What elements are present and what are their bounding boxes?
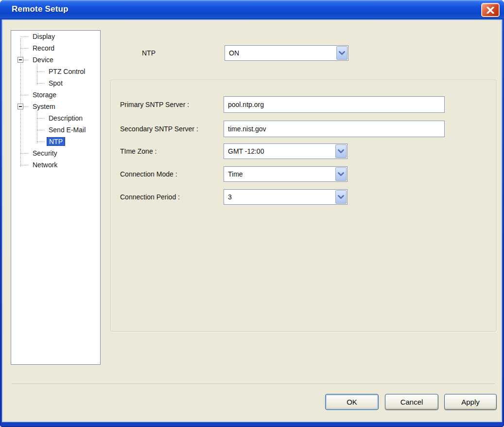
tree-item-label: PTZ Control — [47, 67, 87, 76]
tree-item-label-selected: NTP — [47, 137, 65, 146]
tree-item-label: Storage — [31, 90, 58, 99]
primary-sntp-server-label: Primary SNTP Server : — [120, 96, 189, 113]
chevron-down-icon — [338, 172, 344, 177]
dialog-body: Display Record Device PTZ Control Spot S… — [2, 19, 502, 422]
remote-setup-window: Remote Setup Display Record Device PT — [0, 0, 504, 427]
tree-item-spot[interactable]: Spot — [11, 77, 100, 89]
settings-tree: Display Record Device PTZ Control Spot S… — [11, 30, 101, 365]
ntp-select[interactable]: ON — [225, 45, 348, 61]
ntp-label: NTP — [142, 45, 156, 61]
connection-mode-label: Connection Mode : — [120, 166, 177, 182]
tree-item-record[interactable]: Record — [11, 42, 100, 54]
ntp-select-button[interactable] — [336, 46, 348, 60]
connection-mode-select-value: Time — [228, 167, 243, 181]
time-zone-select-button[interactable] — [335, 144, 347, 158]
apply-button[interactable]: Apply — [444, 394, 497, 410]
tree-item-label: Network — [31, 160, 59, 169]
secondary-sntp-server-input[interactable] — [224, 121, 445, 137]
tree-item-description[interactable]: Description — [11, 112, 100, 124]
tree-item-system[interactable]: System — [11, 101, 100, 112]
connection-period-select-value: 3 — [228, 190, 232, 204]
window-title: Remote Setup — [12, 4, 69, 14]
tree-item-send-email[interactable]: Send E-Mail — [11, 124, 100, 136]
connection-mode-select[interactable]: Time — [224, 166, 348, 182]
chevron-down-icon — [338, 149, 344, 154]
tree-item-label: Spot — [47, 79, 65, 88]
primary-sntp-server-input[interactable] — [224, 96, 445, 113]
connection-period-select-button[interactable] — [335, 190, 347, 204]
ntp-select-value: ON — [229, 46, 239, 60]
time-zone-select[interactable]: GMT -12:00 — [224, 143, 348, 159]
connection-mode-select-button[interactable] — [335, 167, 347, 181]
tree-item-label: Send E-Mail — [47, 125, 87, 134]
footer-divider — [12, 384, 495, 385]
cancel-button[interactable]: Cancel — [385, 394, 438, 410]
close-icon — [487, 7, 494, 14]
tree-item-label: Display — [31, 32, 57, 41]
tree-item-device[interactable]: Device — [11, 54, 100, 66]
tree-item-ntp[interactable]: NTP — [11, 136, 100, 147]
ok-button[interactable]: OK — [325, 394, 379, 410]
tree-item-label: Security — [31, 149, 59, 158]
tree-item-label: Description — [47, 114, 85, 123]
window-titlebar[interactable]: Remote Setup — [0, 0, 504, 19]
tree-item-label: System — [31, 102, 57, 111]
collapse-minus-icon[interactable] — [17, 57, 23, 63]
tree-item-label: Device — [31, 55, 55, 64]
secondary-sntp-server-label: Secondary SNTP Server : — [120, 121, 198, 137]
chevron-down-icon — [338, 195, 344, 199]
tree-item-ptz-control[interactable]: PTZ Control — [11, 66, 100, 77]
ntp-settings-group — [110, 80, 497, 332]
connection-period-label: Connection Period : — [120, 189, 180, 205]
close-button[interactable] — [481, 3, 500, 17]
time-zone-select-value: GMT -12:00 — [228, 144, 264, 159]
tree-item-security[interactable]: Security — [11, 147, 100, 159]
chevron-down-icon — [339, 51, 345, 55]
tree-item-label: Record — [31, 44, 56, 53]
collapse-minus-icon[interactable] — [17, 104, 23, 109]
tree-item-network[interactable]: Network — [11, 159, 100, 171]
time-zone-label: TIme Zone : — [120, 143, 156, 159]
connection-period-select[interactable]: 3 — [224, 189, 348, 205]
tree-item-display[interactable]: Display — [11, 31, 100, 42]
tree-item-storage[interactable]: Storage — [11, 89, 100, 101]
